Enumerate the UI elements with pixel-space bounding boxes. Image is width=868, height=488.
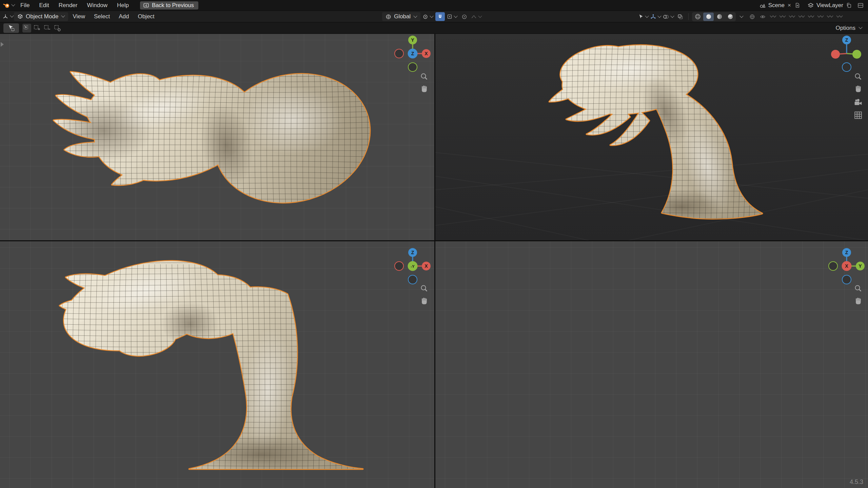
viewport-back-view[interactable]: [435, 241, 868, 488]
object-mode-cube-icon: [17, 13, 23, 20]
shading-material-button[interactable]: [714, 13, 725, 21]
svg-text:Z: Z: [845, 250, 848, 255]
snap-toggle[interactable]: [435, 12, 445, 21]
shading-rendered-button[interactable]: [725, 13, 735, 21]
header-overflow-chevron-icon[interactable]: [807, 14, 815, 19]
gizmo-axis-y-negative[interactable]: [408, 63, 417, 72]
header-overflow-chevron-icon[interactable]: [826, 14, 834, 19]
zoom-icon[interactable]: [419, 284, 429, 294]
rendered-sphere-icon: [727, 13, 734, 20]
shading-solid-button[interactable]: [703, 13, 714, 21]
solid-sphere-icon: [705, 13, 712, 20]
editor-type-button[interactable]: [2, 12, 14, 21]
back-button-label: Back to Previous: [152, 2, 194, 8]
xray-toggle[interactable]: [675, 12, 685, 21]
menu-object[interactable]: Object: [133, 12, 159, 21]
viewlayer-selector[interactable]: ViewLayer: [804, 2, 855, 9]
proportional-editing-toggle[interactable]: [459, 12, 469, 21]
xray-icon: [677, 14, 684, 20]
nav-gizmo-top-left[interactable]: YXZ: [394, 35, 431, 72]
header-overflow-chevron-icon[interactable]: [778, 14, 787, 19]
gizmo-axis-z-negative[interactable]: [842, 63, 851, 72]
object-visibility-dropdown[interactable]: [637, 12, 649, 21]
scene-name: Scene: [768, 2, 785, 9]
select-mode-subtract[interactable]: [43, 24, 52, 33]
chevron-down-icon: [9, 14, 14, 19]
menu-window[interactable]: Window: [82, 1, 112, 10]
select-mode-group: [22, 24, 62, 33]
chevron-down-icon: [858, 26, 863, 30]
select-mode-extend[interactable]: [33, 24, 41, 33]
scene-selector[interactable]: Scene ×: [756, 2, 804, 9]
chevron-down-icon: [11, 3, 15, 8]
copy-layer-icon[interactable]: [846, 2, 852, 8]
shading-wireframe-button[interactable]: [692, 13, 703, 21]
pan-hand-icon[interactable]: [419, 84, 429, 94]
active-tool-button[interactable]: [3, 23, 19, 33]
menu-help[interactable]: Help: [113, 1, 133, 10]
viewlayer-name: ViewLayer: [816, 2, 843, 9]
sidebar-toggle-arrow[interactable]: [1, 42, 4, 47]
menu-add[interactable]: Add: [114, 12, 133, 21]
options-dropdown[interactable]: Options: [833, 25, 865, 32]
back-to-previous-button[interactable]: Back to Previous: [140, 1, 198, 9]
orientation-dropdown[interactable]: Global: [382, 12, 420, 21]
nav-gizmo-top-right[interactable]: Z: [828, 35, 865, 72]
header-overflow-chevron-icon[interactable]: [769, 14, 777, 19]
mode-dropdown[interactable]: Object Mode: [14, 12, 68, 21]
proportional-falloff-dropdown[interactable]: [471, 12, 482, 21]
svg-text:-Y: -Y: [411, 264, 415, 268]
nav-gizmo-bottom-right[interactable]: ZYX: [828, 247, 865, 285]
pan-hand-icon[interactable]: [419, 296, 429, 306]
pan-hand-icon[interactable]: [853, 296, 863, 306]
zoom-icon[interactable]: [853, 72, 863, 82]
world-icon[interactable]: [747, 12, 757, 21]
svg-text:Z: Z: [411, 51, 414, 56]
gizmo-axis-x-positive[interactable]: [831, 50, 840, 59]
shading-settings-dropdown[interactable]: [737, 12, 746, 21]
magnet-icon: [437, 14, 443, 20]
blender-logo-menu[interactable]: [3, 1, 15, 10]
gizmo-axis-y-negative[interactable]: [829, 262, 837, 270]
pivot-point-dropdown[interactable]: [422, 12, 434, 21]
camera-view-icon[interactable]: [853, 97, 863, 107]
pan-hand-icon[interactable]: [853, 84, 863, 94]
perspective-grid-icon[interactable]: [853, 110, 863, 120]
select-mode-new[interactable]: [22, 24, 31, 33]
header-overflow-chevron-icon[interactable]: [788, 14, 796, 19]
menu-view[interactable]: View: [68, 12, 90, 21]
header-overflow-chevron-icon[interactable]: [797, 14, 806, 19]
new-scene-icon[interactable]: [794, 2, 801, 8]
scene-front-view: [0, 241, 434, 488]
viewport-display-group: [637, 11, 844, 22]
screen-layout-icon[interactable]: [856, 1, 865, 10]
menu-render[interactable]: Render: [54, 1, 82, 10]
menu-select[interactable]: Select: [90, 12, 114, 21]
select-mode-intersect[interactable]: [53, 24, 62, 33]
header-overflow-chevron-icon[interactable]: [816, 14, 825, 19]
show-gizmos-dropdown[interactable]: [650, 12, 662, 21]
visibility-eye-icon[interactable]: [758, 12, 767, 21]
gizmo-axis-x-negative[interactable]: [395, 49, 403, 58]
global-orientation-icon: [385, 14, 392, 20]
viewport-front-view[interactable]: [0, 241, 434, 488]
orientation-label: Global: [394, 13, 411, 20]
header-overflow-chevron-icon[interactable]: [835, 14, 844, 19]
scene-top-view: [0, 34, 434, 240]
zoom-icon[interactable]: [419, 72, 429, 82]
nav-gizmo-bottom-left[interactable]: ZX-Y: [394, 247, 431, 285]
svg-text:X: X: [425, 263, 428, 269]
close-icon[interactable]: ×: [787, 2, 792, 9]
menu-file[interactable]: File: [16, 1, 34, 10]
show-overlays-dropdown[interactable]: [663, 12, 674, 21]
gizmo-axis-y-positive[interactable]: [852, 50, 861, 59]
menu-edit[interactable]: Edit: [35, 1, 53, 10]
viewport-user-perspective[interactable]: [435, 34, 868, 240]
viewlayer-icon: [807, 2, 814, 9]
viewport-top-view[interactable]: [0, 34, 434, 240]
gizmo-axis-z-negative[interactable]: [842, 275, 851, 284]
snap-settings-dropdown[interactable]: [447, 12, 458, 21]
gizmo-axis-z-negative[interactable]: [408, 275, 417, 284]
zoom-icon[interactable]: [853, 284, 863, 294]
gizmo-axis-x-negative[interactable]: [395, 262, 403, 270]
